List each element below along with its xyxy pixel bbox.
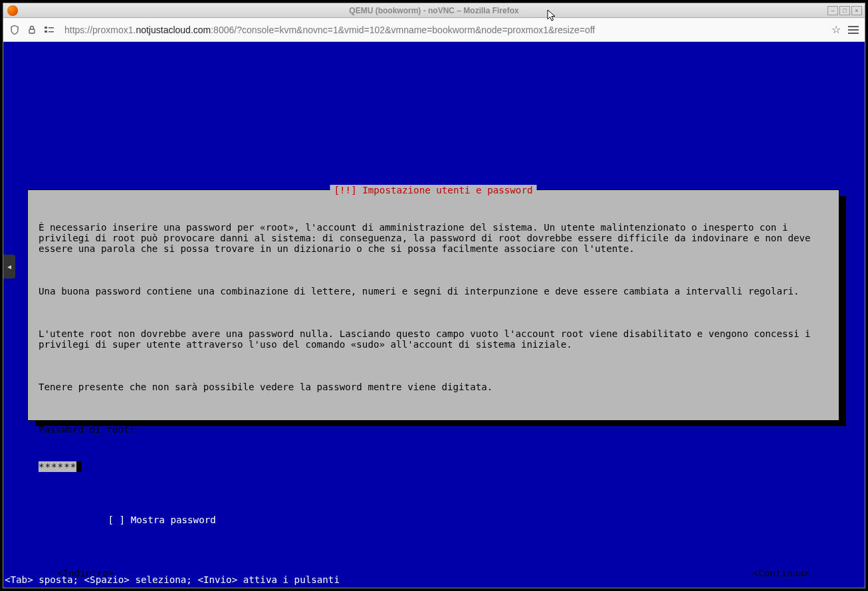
close-button[interactable]: ×: [851, 6, 862, 15]
dialog-paragraph: L'utente root non dovrebbe avere una pas…: [39, 328, 828, 350]
lock-icon[interactable]: [26, 24, 38, 36]
continue-button[interactable]: <Continua>: [753, 568, 810, 578]
installer-help-line: <Tab> sposta; <Spazio> seleziona; <Invio…: [5, 574, 340, 585]
url-input[interactable]: https://proxmox1.notjustacloud.com:8006/…: [60, 21, 825, 39]
bookmark-star-icon[interactable]: ☆: [830, 24, 842, 36]
url-domain: notjustacloud.com: [136, 25, 211, 35]
url-rest: :8006/?console=kvm&novnc=1&vmid=102&vmna…: [211, 25, 595, 35]
show-password-checkbox[interactable]: [ ] Mostra password: [107, 515, 217, 525]
window-titlebar: QEMU (bookworm) - noVNC – Mozilla Firefo…: [3, 3, 865, 18]
text-cursor: [76, 461, 82, 472]
svg-rect-1: [45, 27, 47, 29]
address-bar: https://proxmox1.notjustacloud.com:8006/…: [3, 18, 865, 42]
dialog-paragraph: È necessario inserire una password per «…: [39, 222, 828, 254]
svg-rect-3: [49, 27, 54, 29]
password-value: ******: [39, 461, 76, 472]
hamburger-menu-icon[interactable]: [847, 24, 859, 36]
shield-icon[interactable]: [9, 24, 21, 36]
minimize-button[interactable]: –: [827, 6, 838, 15]
svg-rect-0: [29, 29, 35, 33]
installer-dialog: [!!] Impostazione utenti e password È ne…: [27, 189, 839, 421]
dialog-paragraph: Una buona password contiene una combinaz…: [39, 286, 828, 296]
window-title: QEMU (bookworm) - noVNC – Mozilla Firefo…: [349, 6, 518, 15]
dialog-paragraph: Tenere presente che non sarà possibile v…: [39, 382, 828, 392]
dialog-body: È necessario inserire una password per «…: [28, 190, 839, 588]
svg-rect-4: [49, 31, 54, 33]
window-controls: – □ ×: [827, 6, 862, 15]
url-prefix: https://proxmox1.: [64, 25, 136, 35]
page-content: ◂ [!!] Impostazione utenti e password È …: [3, 42, 865, 588]
permissions-icon[interactable]: [43, 24, 55, 36]
maximize-button[interactable]: □: [839, 6, 850, 15]
password-label: Password di root:: [39, 424, 828, 435]
installer-screen: [!!] Impostazione utenti e password È ne…: [3, 42, 865, 588]
firefox-icon: [7, 5, 18, 16]
root-password-input[interactable]: ******: [39, 461, 829, 472]
svg-rect-2: [45, 31, 47, 33]
dialog-title: [!!] Impostazione utenti e password: [330, 185, 537, 195]
browser-window: QEMU (bookworm) - noVNC – Mozilla Firefo…: [3, 3, 865, 588]
